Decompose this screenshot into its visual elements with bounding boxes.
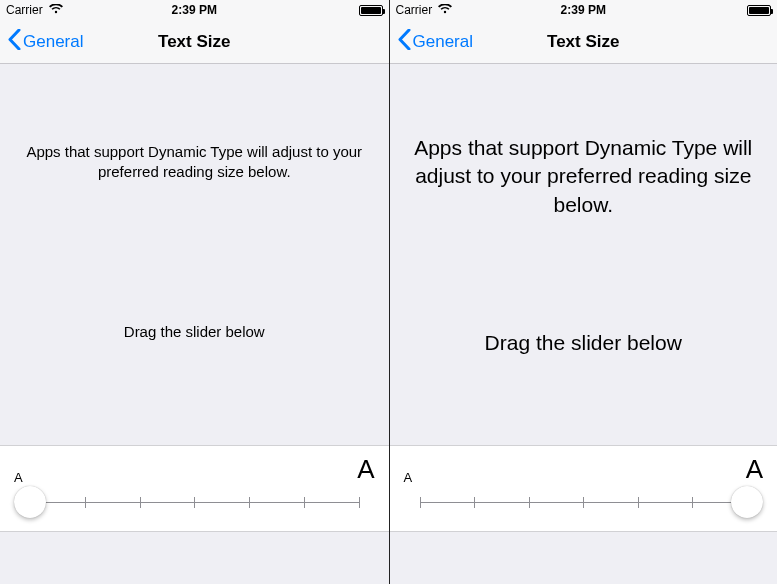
status-bar: Carrier 2:39 PM: [390, 0, 778, 20]
hint-text: Drag the slider below: [408, 331, 760, 355]
chevron-left-icon: [398, 29, 411, 55]
back-label: General: [23, 32, 83, 52]
text-size-slider[interactable]: [420, 491, 748, 513]
slider-panel: A A: [390, 445, 778, 532]
hint-text: Drag the slider below: [18, 323, 371, 340]
text-size-slider[interactable]: [30, 491, 359, 513]
pane-small-text: Carrier 2:39 PM General Text Size Apps t…: [0, 0, 389, 584]
slider-max-glyph: A: [746, 454, 763, 485]
slider-knob[interactable]: [731, 486, 763, 518]
back-button[interactable]: General: [398, 29, 473, 55]
description-text: Apps that support Dynamic Type will adju…: [18, 142, 371, 183]
battery-icon: [747, 5, 771, 16]
slider-max-glyph: A: [357, 454, 374, 485]
clock-label: 2:39 PM: [0, 3, 389, 17]
slider-min-glyph: A: [14, 470, 23, 485]
clock-label: 2:39 PM: [390, 3, 778, 17]
back-button[interactable]: General: [8, 29, 83, 55]
slider-panel: A A: [0, 445, 389, 532]
pane-large-text: Carrier 2:39 PM General Text Size Apps t…: [390, 0, 778, 584]
status-bar: Carrier 2:39 PM: [0, 0, 389, 20]
back-label: General: [413, 32, 473, 52]
battery-icon: [359, 5, 383, 16]
slider-min-glyph: A: [404, 470, 413, 485]
slider-knob[interactable]: [14, 486, 46, 518]
chevron-left-icon: [8, 29, 21, 55]
nav-bar: General Text Size: [390, 20, 778, 64]
description-text: Apps that support Dynamic Type will adju…: [408, 134, 760, 219]
nav-bar: General Text Size: [0, 20, 389, 64]
